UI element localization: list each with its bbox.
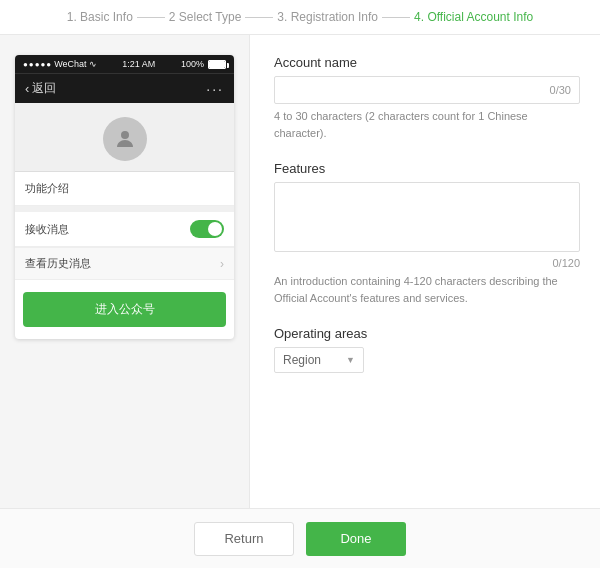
step-divider-2 bbox=[245, 17, 273, 18]
status-right: 100% bbox=[181, 59, 226, 69]
back-chevron-icon: ‹ bbox=[25, 81, 29, 96]
features-hint: An introduction containing 4-120 charact… bbox=[274, 273, 580, 306]
step-divider-1 bbox=[137, 17, 165, 18]
step-official-account-label: 4. Official Account Info bbox=[414, 10, 533, 24]
region-placeholder: Region bbox=[283, 353, 321, 367]
region-select[interactable]: Region ▼ bbox=[274, 347, 364, 373]
form-panel: Account name 0/30 4 to 30 characters (2 … bbox=[250, 35, 600, 508]
main-content: ●●●●● WeChat ∿ 1:21 AM 100% ‹ 返回 bbox=[0, 35, 600, 508]
step-basic-info[interactable]: 1. Basic Info bbox=[67, 10, 133, 24]
enter-account-label: 进入公众号 bbox=[95, 302, 155, 316]
features-char-count: 0/120 bbox=[274, 257, 580, 269]
features-group: Features 0/120 An introduction containin… bbox=[274, 161, 580, 306]
status-left: ●●●●● WeChat ∿ bbox=[23, 59, 97, 69]
account-name-hint: 4 to 30 characters (2 characters count f… bbox=[274, 108, 580, 141]
nav-back-button[interactable]: ‹ 返回 bbox=[25, 80, 56, 97]
menu-item-receive: 接收消息 bbox=[15, 212, 234, 247]
avatar bbox=[103, 117, 147, 161]
nav-more-button[interactable]: ··· bbox=[206, 81, 224, 97]
battery-fill bbox=[209, 61, 225, 68]
wifi-icon: ∿ bbox=[89, 59, 97, 69]
account-name-label: Account name bbox=[274, 55, 580, 70]
status-bar: ●●●●● WeChat ∿ 1:21 AM 100% bbox=[15, 55, 234, 73]
step-registration-info[interactable]: 3. Registration Info bbox=[277, 10, 378, 24]
phone-panel: ●●●●● WeChat ∿ 1:21 AM 100% ‹ 返回 bbox=[0, 35, 250, 508]
signal-dots: ●●●●● bbox=[23, 60, 52, 69]
arrow-right-icon: › bbox=[220, 257, 224, 271]
return-button[interactable]: Return bbox=[194, 522, 294, 556]
menu-item-intro: 功能介绍 bbox=[15, 172, 234, 206]
step-basic-info-label: 1. Basic Info bbox=[67, 10, 133, 24]
battery-icon bbox=[208, 60, 226, 69]
step-registration-info-label: 3. Registration Info bbox=[277, 10, 378, 24]
history-label: 查看历史消息 bbox=[25, 256, 91, 271]
step-official-account[interactable]: 4. Official Account Info bbox=[414, 10, 533, 24]
carrier-label: WeChat bbox=[54, 59, 86, 69]
nav-bar: ‹ 返回 ··· bbox=[15, 73, 234, 103]
time-label: 1:21 AM bbox=[122, 59, 155, 69]
enter-account-button[interactable]: 进入公众号 bbox=[23, 292, 226, 327]
back-label: 返回 bbox=[32, 80, 56, 97]
account-name-input-wrapper[interactable]: 0/30 bbox=[274, 76, 580, 104]
operating-areas-group: Operating areas Region ▼ bbox=[274, 326, 580, 373]
step-select-type-label: 2 Select Type bbox=[169, 10, 242, 24]
svg-point-0 bbox=[121, 131, 129, 139]
avatar-area bbox=[15, 103, 234, 172]
footer: Return Done bbox=[0, 508, 600, 568]
battery-pct: 100% bbox=[181, 59, 204, 69]
done-button[interactable]: Done bbox=[306, 522, 406, 556]
features-textarea[interactable] bbox=[274, 182, 580, 252]
phone-screen: ●●●●● WeChat ∿ 1:21 AM 100% ‹ 返回 bbox=[15, 55, 234, 339]
user-icon bbox=[113, 127, 137, 151]
step-select-type[interactable]: 2 Select Type bbox=[169, 10, 242, 24]
return-label: Return bbox=[224, 531, 263, 546]
chevron-down-icon: ▼ bbox=[346, 355, 355, 365]
account-name-char-count: 0/30 bbox=[550, 84, 571, 96]
step-divider-3 bbox=[382, 17, 410, 18]
operating-areas-label: Operating areas bbox=[274, 326, 580, 341]
receive-label: 接收消息 bbox=[25, 222, 69, 237]
intro-label: 功能介绍 bbox=[25, 182, 69, 194]
features-label: Features bbox=[274, 161, 580, 176]
receive-toggle[interactable] bbox=[190, 220, 224, 238]
done-label: Done bbox=[340, 531, 371, 546]
progress-bar: 1. Basic Info 2 Select Type 3. Registrat… bbox=[0, 0, 600, 35]
account-name-group: Account name 0/30 4 to 30 characters (2 … bbox=[274, 55, 580, 141]
menu-item-history[interactable]: 查看历史消息 › bbox=[15, 248, 234, 280]
